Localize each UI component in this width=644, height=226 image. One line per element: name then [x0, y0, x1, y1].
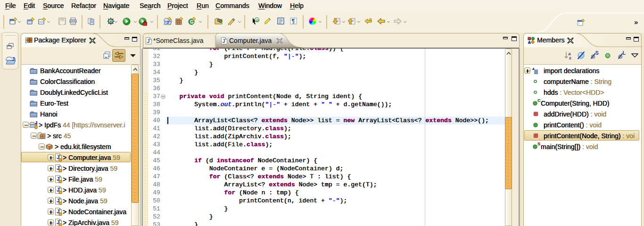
- svg-text:¶: ¶: [292, 18, 295, 25]
- svg-text:J: J: [223, 38, 225, 44]
- svg-text:J: J: [12, 56, 15, 62]
- svg-text:S: S: [595, 50, 599, 56]
- svg-text:z: z: [569, 55, 571, 60]
- svg-text:L: L: [623, 50, 626, 56]
- svg-text:J: J: [147, 38, 150, 44]
- svg-text:G: G: [256, 18, 259, 23]
- svg-text:J: J: [166, 20, 169, 25]
- svg-text:J: J: [35, 121, 37, 125]
